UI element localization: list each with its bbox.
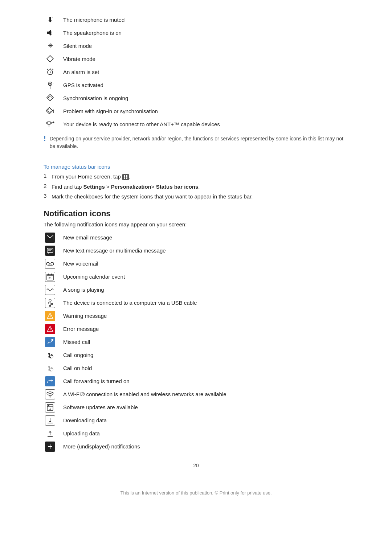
usb-icon <box>44 298 57 308</box>
step-3-num: 3 <box>44 193 52 199</box>
upload-desc: Uploading data <box>63 430 100 437</box>
svg-point-20 <box>47 121 51 125</box>
notif-row-sms: New text message or multimedia message <box>44 246 348 256</box>
svg-point-39 <box>46 262 49 265</box>
note-text: Depending on your service provider, netw… <box>50 135 348 150</box>
manage-link[interactable]: To manage status bar icons <box>44 164 348 170</box>
speakerphone-desc: The speakerphone is on <box>63 29 122 37</box>
svg-rect-28 <box>126 175 127 177</box>
vibrate-desc: Vibrate mode <box>63 55 95 63</box>
section-divider <box>44 157 348 157</box>
svg-line-23 <box>46 123 47 124</box>
call-forward-icon <box>44 376 57 386</box>
download-desc: Downloading data <box>63 416 107 424</box>
silent-desc: Silent mode <box>63 42 92 50</box>
notif-row-update: Software updates are available <box>44 402 348 413</box>
svg-marker-60 <box>51 339 54 341</box>
copyright-text: This is an Internet version of this publ… <box>120 490 271 496</box>
step-2: 2 Find and tap Settings > Personalizatio… <box>44 183 348 191</box>
svg-line-7 <box>52 69 53 70</box>
missed-call-desc: Missed call <box>63 338 90 346</box>
svg-marker-72 <box>49 431 52 432</box>
svg-line-22 <box>46 122 47 123</box>
notif-row-calendar: 31 Upcoming calendar event <box>44 272 348 282</box>
svg-marker-0 <box>47 30 51 36</box>
notif-row-missed-call: Missed call <box>44 337 348 347</box>
notif-row-more: More (undisplayed) notifications <box>44 442 348 452</box>
call-hold-icon <box>44 363 57 373</box>
svg-rect-27 <box>124 175 125 177</box>
svg-text:+: + <box>52 120 54 124</box>
notif-row-warning: Warning message <box>44 311 348 321</box>
svg-marker-17 <box>46 107 53 114</box>
wifi-desc: A Wi-Fi® connection is enabled and wirel… <box>63 390 226 398</box>
svg-marker-61 <box>52 379 53 382</box>
svg-rect-65 <box>48 405 49 406</box>
gps-desc: GPS is activated <box>63 81 103 89</box>
update-icon <box>44 402 57 413</box>
home-grid-icon <box>122 174 129 180</box>
error-desc: Error message <box>63 325 99 333</box>
missed-call-icon <box>44 337 57 347</box>
svg-text:31: 31 <box>49 276 52 280</box>
notification-subtitle: The following notification icons may app… <box>44 221 348 227</box>
manage-link-text: To manage status bar icons <box>44 164 110 170</box>
svg-marker-67 <box>49 409 51 410</box>
music-desc: A song is playing <box>63 286 104 294</box>
svg-marker-18 <box>48 109 51 112</box>
icon-row-microphone: ⬇̈ The microphone is muted <box>44 15 348 25</box>
notif-row-download: Downloading data <box>44 415 348 426</box>
error-icon <box>44 324 57 334</box>
ant-desc: Your device is ready to connect to other… <box>63 120 220 128</box>
email-desc: New email message <box>63 234 112 241</box>
note-bullet: ! <box>44 134 46 143</box>
icon-row-sync-problem: ! Problem with sign-in or synchronisatio… <box>44 106 348 116</box>
icon-row-vibrate: Vibrate mode <box>44 54 348 64</box>
ant-icon: + <box>44 119 57 129</box>
notif-row-wifi: A Wi-Fi® connection is enabled and wirel… <box>44 389 348 399</box>
svg-point-62 <box>50 396 51 397</box>
svg-line-6 <box>47 69 48 70</box>
step-2-text: Find and tap Settings > Personalization>… <box>52 183 200 191</box>
footer-copyright: This is an Internet version of this publ… <box>44 490 348 496</box>
svg-point-10 <box>49 83 51 85</box>
music-icon <box>44 285 57 295</box>
gps-icon <box>44 80 57 90</box>
page-number: 20 <box>44 463 348 468</box>
call-ongoing-desc: Call ongoing <box>63 351 93 359</box>
alarm-desc: An alarm is set <box>63 68 99 76</box>
step-1: 1 From your Home screen, tap . <box>44 173 348 181</box>
download-icon <box>44 415 57 426</box>
call-forward-desc: Call forwarding is turned on <box>63 377 130 385</box>
notif-row-voicemail: New voicemail <box>44 259 348 269</box>
svg-rect-35 <box>47 248 53 253</box>
calendar-desc: Upcoming calendar event <box>63 273 125 280</box>
icon-row-alarm: An alarm is set <box>44 67 348 77</box>
notif-row-email: New email message <box>44 233 348 243</box>
upload-icon <box>44 428 57 439</box>
usb-desc: The device is connected to a computer vi… <box>63 299 197 307</box>
vibrate-icon <box>44 54 57 64</box>
sms-desc: New text message or multimedia message <box>63 247 166 254</box>
update-desc: Software updates are available <box>63 403 138 411</box>
sync-problem-icon: ! <box>44 106 57 116</box>
manage-section: To manage status bar icons 1 From your H… <box>44 164 348 201</box>
call-ongoing-icon <box>44 350 57 360</box>
microphone-muted-icon: ⬇̈ <box>44 15 57 25</box>
notif-row-call-forward: Call forwarding is turned on <box>44 376 348 386</box>
warning-desc: Warning message <box>63 312 107 320</box>
svg-marker-15 <box>47 94 53 101</box>
notification-section: Notification icons The following notific… <box>44 209 348 452</box>
svg-point-59 <box>50 331 50 331</box>
svg-point-40 <box>51 262 54 265</box>
sync-problem-desc: Problem with sign-in or synchronisation <box>63 107 158 115</box>
step-1-text: From your Home screen, tap . <box>52 173 130 181</box>
microphone-muted-desc: The microphone is muted <box>63 16 124 24</box>
more-notif-icon <box>44 442 57 452</box>
step-1-num: 1 <box>44 173 52 179</box>
svg-marker-16 <box>48 96 52 99</box>
notif-row-call-ongoing: Call ongoing <box>44 350 348 360</box>
call-hold-desc: Call on hold <box>63 364 92 372</box>
wifi-icon <box>44 389 57 399</box>
svg-point-56 <box>50 317 50 318</box>
